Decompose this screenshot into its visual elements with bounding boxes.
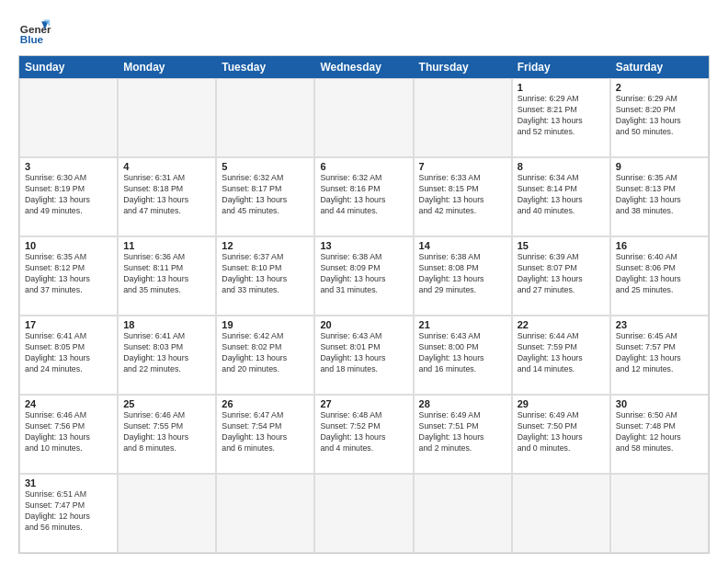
day-header-saturday: Saturday bbox=[610, 56, 709, 78]
day-info: Sunrise: 6:41 AM Sunset: 8:03 PM Dayligh… bbox=[123, 331, 210, 375]
day-number: 30 bbox=[616, 398, 703, 409]
day-info: Sunrise: 6:34 AM Sunset: 8:14 PM Dayligh… bbox=[518, 173, 605, 217]
calendar-day-1: 1Sunrise: 6:29 AM Sunset: 8:21 PM Daylig… bbox=[512, 78, 610, 157]
day-info: Sunrise: 6:35 AM Sunset: 8:13 PM Dayligh… bbox=[616, 173, 703, 217]
day-info: Sunrise: 6:38 AM Sunset: 8:09 PM Dayligh… bbox=[320, 252, 407, 296]
day-number: 11 bbox=[123, 240, 210, 251]
day-number: 22 bbox=[518, 319, 605, 330]
calendar-empty-cell bbox=[118, 474, 216, 553]
calendar: SundayMondayTuesdayWednesdayThursdayFrid… bbox=[18, 55, 710, 554]
day-info: Sunrise: 6:40 AM Sunset: 8:06 PM Dayligh… bbox=[616, 252, 703, 296]
day-number: 5 bbox=[222, 161, 309, 172]
calendar-day-30: 30Sunrise: 6:50 AM Sunset: 7:48 PM Dayli… bbox=[610, 395, 709, 474]
calendar-empty-cell bbox=[512, 474, 610, 553]
day-number: 12 bbox=[222, 240, 309, 251]
calendar-empty-cell bbox=[118, 78, 216, 157]
day-number: 4 bbox=[123, 161, 210, 172]
day-info: Sunrise: 6:44 AM Sunset: 7:59 PM Dayligh… bbox=[518, 331, 605, 375]
day-info: Sunrise: 6:50 AM Sunset: 7:48 PM Dayligh… bbox=[616, 410, 703, 454]
day-number: 10 bbox=[25, 240, 112, 251]
day-number: 19 bbox=[222, 319, 309, 330]
calendar-day-25: 25Sunrise: 6:46 AM Sunset: 7:55 PM Dayli… bbox=[118, 395, 216, 474]
calendar-day-7: 7Sunrise: 6:33 AM Sunset: 8:15 PM Daylig… bbox=[414, 157, 512, 236]
day-header-wednesday: Wednesday bbox=[314, 56, 413, 78]
day-number: 1 bbox=[518, 82, 605, 93]
day-info: Sunrise: 6:32 AM Sunset: 8:16 PM Dayligh… bbox=[320, 173, 407, 217]
calendar-day-12: 12Sunrise: 6:37 AM Sunset: 8:10 PM Dayli… bbox=[216, 236, 314, 316]
day-info: Sunrise: 6:43 AM Sunset: 8:01 PM Dayligh… bbox=[320, 331, 407, 375]
day-number: 7 bbox=[419, 161, 506, 172]
day-number: 29 bbox=[518, 398, 605, 409]
day-info: Sunrise: 6:31 AM Sunset: 8:18 PM Dayligh… bbox=[123, 173, 210, 217]
calendar-day-21: 21Sunrise: 6:43 AM Sunset: 8:00 PM Dayli… bbox=[414, 316, 512, 395]
logo: General Blue bbox=[18, 15, 51, 48]
day-number: 27 bbox=[320, 398, 407, 409]
day-number: 9 bbox=[616, 161, 703, 172]
calendar-day-11: 11Sunrise: 6:36 AM Sunset: 8:11 PM Dayli… bbox=[118, 236, 216, 316]
day-info: Sunrise: 6:38 AM Sunset: 8:08 PM Dayligh… bbox=[419, 252, 506, 296]
calendar-day-10: 10Sunrise: 6:35 AM Sunset: 8:12 PM Dayli… bbox=[19, 236, 118, 316]
day-info: Sunrise: 6:35 AM Sunset: 8:12 PM Dayligh… bbox=[25, 252, 112, 296]
day-header-friday: Friday bbox=[512, 56, 610, 78]
logo-icon: General Blue bbox=[18, 15, 51, 48]
calendar-day-13: 13Sunrise: 6:38 AM Sunset: 8:09 PM Dayli… bbox=[314, 236, 413, 316]
day-info: Sunrise: 6:46 AM Sunset: 7:56 PM Dayligh… bbox=[25, 410, 112, 454]
calendar-day-24: 24Sunrise: 6:46 AM Sunset: 7:56 PM Dayli… bbox=[19, 395, 118, 474]
calendar-day-17: 17Sunrise: 6:41 AM Sunset: 8:05 PM Dayli… bbox=[19, 316, 118, 395]
calendar-day-31: 31Sunrise: 6:51 AM Sunset: 7:47 PM Dayli… bbox=[19, 474, 118, 553]
day-info: Sunrise: 6:37 AM Sunset: 8:10 PM Dayligh… bbox=[222, 252, 309, 296]
day-number: 17 bbox=[25, 319, 112, 330]
day-info: Sunrise: 6:29 AM Sunset: 8:20 PM Dayligh… bbox=[616, 94, 703, 138]
day-number: 16 bbox=[616, 240, 703, 251]
day-number: 24 bbox=[25, 398, 112, 409]
day-info: Sunrise: 6:49 AM Sunset: 7:50 PM Dayligh… bbox=[518, 410, 605, 454]
calendar-day-19: 19Sunrise: 6:42 AM Sunset: 8:02 PM Dayli… bbox=[216, 316, 314, 395]
day-header-tuesday: Tuesday bbox=[216, 56, 314, 78]
day-info: Sunrise: 6:39 AM Sunset: 8:07 PM Dayligh… bbox=[518, 252, 605, 296]
calendar-day-29: 29Sunrise: 6:49 AM Sunset: 7:50 PM Dayli… bbox=[512, 395, 610, 474]
calendar-day-8: 8Sunrise: 6:34 AM Sunset: 8:14 PM Daylig… bbox=[512, 157, 610, 236]
calendar-empty-cell bbox=[216, 474, 314, 553]
day-info: Sunrise: 6:43 AM Sunset: 8:00 PM Dayligh… bbox=[419, 331, 506, 375]
day-info: Sunrise: 6:46 AM Sunset: 7:55 PM Dayligh… bbox=[123, 410, 210, 454]
calendar-day-2: 2Sunrise: 6:29 AM Sunset: 8:20 PM Daylig… bbox=[610, 78, 709, 157]
day-number: 15 bbox=[518, 240, 605, 251]
calendar-day-23: 23Sunrise: 6:45 AM Sunset: 7:57 PM Dayli… bbox=[610, 316, 709, 395]
calendar-grid: 1Sunrise: 6:29 AM Sunset: 8:21 PM Daylig… bbox=[19, 78, 709, 553]
day-info: Sunrise: 6:49 AM Sunset: 7:51 PM Dayligh… bbox=[419, 410, 506, 454]
calendar-day-14: 14Sunrise: 6:38 AM Sunset: 8:08 PM Dayli… bbox=[414, 236, 512, 316]
calendar-empty-cell bbox=[314, 474, 413, 553]
day-number: 20 bbox=[320, 319, 407, 330]
day-info: Sunrise: 6:51 AM Sunset: 7:47 PM Dayligh… bbox=[25, 489, 112, 534]
calendar-day-16: 16Sunrise: 6:40 AM Sunset: 8:06 PM Dayli… bbox=[610, 236, 709, 316]
calendar-day-22: 22Sunrise: 6:44 AM Sunset: 7:59 PM Dayli… bbox=[512, 316, 610, 395]
day-info: Sunrise: 6:36 AM Sunset: 8:11 PM Dayligh… bbox=[123, 252, 210, 296]
calendar-empty-cell bbox=[610, 474, 709, 553]
day-info: Sunrise: 6:30 AM Sunset: 8:19 PM Dayligh… bbox=[25, 173, 112, 217]
day-number: 8 bbox=[518, 161, 605, 172]
day-headers: SundayMondayTuesdayWednesdayThursdayFrid… bbox=[19, 56, 709, 78]
day-info: Sunrise: 6:29 AM Sunset: 8:21 PM Dayligh… bbox=[518, 94, 605, 138]
day-number: 6 bbox=[320, 161, 407, 172]
calendar-day-4: 4Sunrise: 6:31 AM Sunset: 8:18 PM Daylig… bbox=[118, 157, 216, 236]
day-number: 23 bbox=[616, 319, 703, 330]
day-header-sunday: Sunday bbox=[19, 56, 118, 78]
calendar-day-15: 15Sunrise: 6:39 AM Sunset: 8:07 PM Dayli… bbox=[512, 236, 610, 316]
calendar-empty-cell bbox=[216, 78, 314, 157]
day-info: Sunrise: 6:33 AM Sunset: 8:15 PM Dayligh… bbox=[419, 173, 506, 217]
svg-text:Blue: Blue bbox=[20, 33, 44, 45]
day-number: 28 bbox=[419, 398, 506, 409]
day-number: 31 bbox=[25, 477, 112, 488]
day-number: 18 bbox=[123, 319, 210, 330]
day-number: 25 bbox=[123, 398, 210, 409]
page-header: General Blue bbox=[18, 15, 710, 48]
day-header-monday: Monday bbox=[118, 56, 216, 78]
calendar-empty-cell bbox=[19, 78, 118, 157]
calendar-empty-cell bbox=[314, 78, 413, 157]
calendar-day-5: 5Sunrise: 6:32 AM Sunset: 8:17 PM Daylig… bbox=[216, 157, 314, 236]
day-info: Sunrise: 6:42 AM Sunset: 8:02 PM Dayligh… bbox=[222, 331, 309, 375]
calendar-day-27: 27Sunrise: 6:48 AM Sunset: 7:52 PM Dayli… bbox=[314, 395, 413, 474]
calendar-day-9: 9Sunrise: 6:35 AM Sunset: 8:13 PM Daylig… bbox=[610, 157, 709, 236]
calendar-day-3: 3Sunrise: 6:30 AM Sunset: 8:19 PM Daylig… bbox=[19, 157, 118, 236]
day-number: 2 bbox=[616, 82, 703, 93]
